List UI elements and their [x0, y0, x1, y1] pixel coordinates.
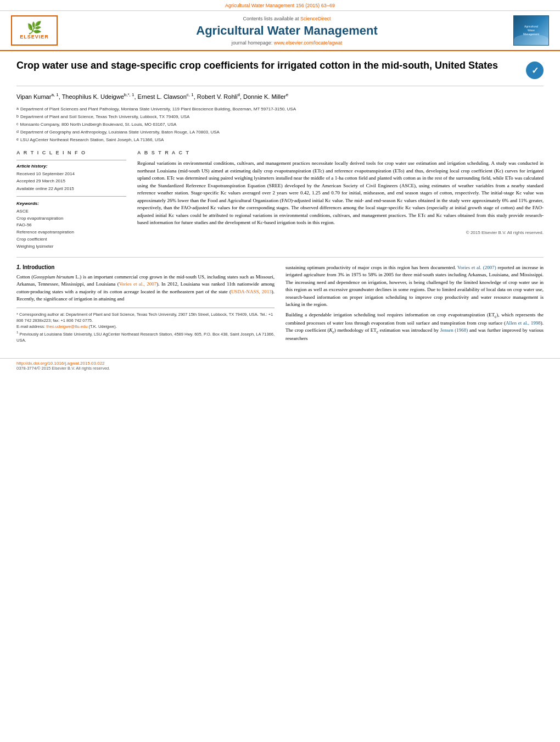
available-date: Available online 22 April 2015 — [16, 186, 126, 192]
footnote-email: E-mail address: theo.udeigwe@ttu.edu (T.… — [16, 323, 275, 330]
authors-line: Vipan Kumara, 1, Theophilus K. Udeigweb,… — [16, 92, 544, 102]
keywords-section: Keywords: ASCE Crop evapotranspiration F… — [16, 201, 126, 250]
affil-e-text: LSU AgCenter Northeast Research Station,… — [20, 137, 164, 143]
affil-a: a Department of Plant Sciences and Plant… — [16, 106, 544, 113]
affiliations: a Department of Plant Sciences and Plant… — [16, 106, 544, 143]
article-title: Crop water use and stage-specific crop c… — [16, 59, 520, 72]
affil-d: d Department of Geography and Anthropolo… — [16, 129, 544, 136]
vories-link-2[interactable]: Vories et al. (2007) — [457, 265, 496, 270]
main-right-column: sustaining optimum productivity of major… — [285, 264, 544, 345]
contents-text: Contents lists available at — [243, 16, 299, 21]
abstract-text: Regional variations in environmental con… — [137, 160, 544, 227]
article-info-header: A R T I C L E I N F O — [16, 150, 126, 155]
keyword-crop-coeff: Crop coefficient — [16, 236, 126, 243]
awm-box: AgriculturalWaterManagement — [513, 15, 549, 46]
article-body: Crop water use and stage-specific crop c… — [0, 51, 560, 354]
article-info-abstract-columns: A R T I C L E I N F O Article history: R… — [16, 150, 544, 250]
info-divider — [16, 196, 126, 197]
header-center: Contents lists available at ScienceDirec… — [60, 16, 513, 46]
keyword-lysimeter: Weighing lysimeter — [16, 243, 126, 250]
affil-e: e LSU AgCenter Northeast Research Statio… — [16, 137, 544, 143]
affil-b-text: Department of Plant and Soil Science, Te… — [20, 114, 189, 120]
affil-a-text: Department of Plant Sciences and Plant P… — [20, 106, 296, 113]
contents-line: Contents lists available at ScienceDirec… — [60, 16, 513, 21]
copyright-line: © 2015 Elsevier B.V. All rights reserved… — [137, 230, 544, 235]
main-left-column: 1. Introduction Cotton (Gossypium hirsut… — [16, 264, 275, 345]
jensen-link[interactable]: Jensen (1968) — [440, 327, 468, 333]
article-title-section: Crop water use and stage-specific crop c… — [16, 59, 544, 86]
crossmark-badge[interactable]: ✓ — [526, 62, 544, 79]
affil-c: c Monsanto Company, 800 North Lindbergh … — [16, 121, 544, 128]
top-bar: Agricultural Water Management 156 (2015)… — [0, 0, 560, 11]
intro-heading: 1. Introduction — [16, 264, 275, 270]
keyword-asce: ASCE — [16, 208, 126, 215]
affil-d-text: Department of Geography and Anthropology… — [20, 129, 220, 136]
history-title: Article history: — [16, 164, 126, 169]
main-divider — [16, 257, 544, 258]
affil-b: b Department of Plant and Soil Science, … — [16, 114, 544, 120]
journal-title: Agricultural Water Management — [60, 24, 513, 38]
sciencedirect-link[interactable]: ScienceDirect — [300, 16, 331, 21]
footnote-section: * Corresponding author at: Department of… — [16, 308, 275, 344]
awm-logo-container: AgriculturalWaterManagement — [513, 15, 549, 46]
usda-link[interactable]: USDA-NASS, 2013 — [231, 289, 272, 294]
footnote-affil: 1 Previously at Louisiana State Universi… — [16, 330, 275, 343]
received-date: Received 10 September 2014 — [16, 171, 126, 177]
abstract-header: A B S T R A C T — [137, 150, 544, 155]
article-info-column: A R T I C L E I N F O Article history: R… — [16, 150, 126, 250]
homepage-text: journal homepage: — [232, 40, 273, 46]
footnote-corresponding: * Corresponding author at: Department of… — [16, 311, 275, 324]
issn-text: 0378-3774/© 2015 Elsevier B.V. All right… — [16, 366, 544, 371]
vories-link-1[interactable]: Vories et al., 2007 — [119, 281, 157, 287]
allen-link[interactable]: Allen et al., 1998 — [506, 320, 541, 326]
header-section: 🌿 ELSEVIER Contents lists available at S… — [0, 11, 560, 51]
journal-reference: Agricultural Water Management 156 (2015)… — [225, 3, 335, 8]
intro-para-1: Cotton (Gossypium hirsutum L.) is an imp… — [16, 274, 275, 303]
homepage-link[interactable]: www.elsevier.com/locate/agwat — [274, 40, 343, 46]
affil-c-text: Monsanto Company, 800 North Lindbergh Bo… — [20, 121, 177, 128]
email-link[interactable]: theo.udeigwe@ttu.edu — [46, 324, 87, 329]
keyword-fao56: FAO-56 — [16, 222, 126, 229]
awm-label: AgriculturalWaterManagement — [523, 25, 539, 36]
doi-link[interactable]: http://dx.doi.org/10.1016/j.agwat.2015.0… — [16, 361, 544, 366]
elsevier-label: ELSEVIER — [20, 34, 49, 40]
accepted-date: Accepted 29 March 2015 — [16, 178, 126, 184]
elsevier-box: 🌿 ELSEVIER — [11, 15, 58, 46]
keyword-ref-et: Reference evapotranspiration — [16, 229, 126, 236]
abstract-column: A B S T R A C T Regional variations in e… — [137, 150, 544, 250]
intro-para-3: Building a dependable irrigation schedul… — [285, 311, 544, 343]
keyword-crop-et: Crop evapotranspiration — [16, 215, 126, 222]
keywords-label: Keywords: — [16, 201, 126, 206]
journal-homepage: journal homepage: www.elsevier.com/locat… — [60, 40, 513, 46]
intro-number: 1. — [16, 264, 21, 270]
elsevier-logo-container: 🌿 ELSEVIER — [11, 15, 60, 46]
main-content-columns: 1. Introduction Cotton (Gossypium hirsut… — [16, 264, 544, 345]
intro-title: Introduction — [23, 264, 54, 270]
crossmark-icon: ✓ — [526, 62, 544, 79]
bottom-bar: http://dx.doi.org/10.1016/j.agwat.2015.0… — [0, 358, 560, 371]
elsevier-tree-icon: 🌿 — [27, 22, 42, 34]
intro-para-2: sustaining optimum productivity of major… — [285, 264, 544, 309]
article-info-box: Article history: Received 10 September 2… — [16, 160, 126, 250]
